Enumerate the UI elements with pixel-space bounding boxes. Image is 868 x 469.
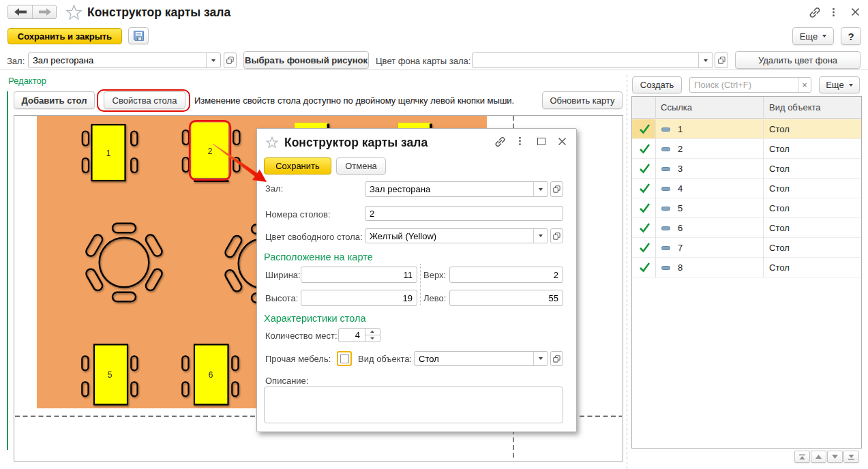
svg-text:1: 1 — [106, 149, 111, 158]
svg-text:5: 5 — [108, 370, 113, 380]
svg-text:6: 6 — [209, 370, 213, 380]
